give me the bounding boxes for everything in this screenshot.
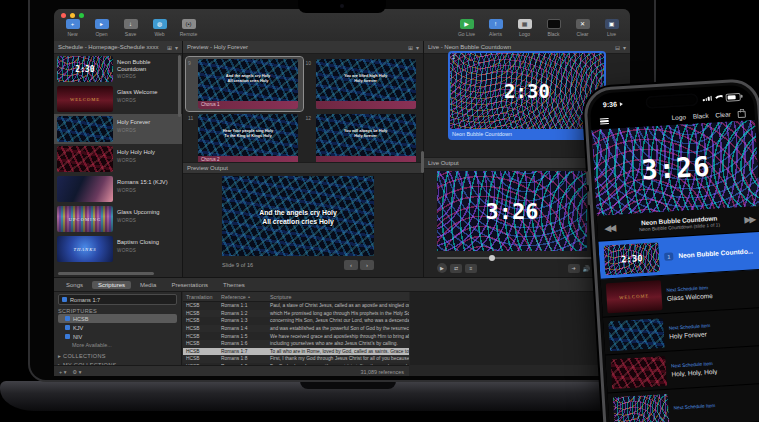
lock-icon[interactable] bbox=[737, 110, 745, 117]
preview-output-label: Preview Output bbox=[187, 165, 228, 171]
output-route-button[interactable]: ➜ bbox=[568, 264, 580, 273]
black-screen-icon bbox=[547, 19, 561, 29]
table-row[interactable]: HCSB Romans 1:4 and was established as t… bbox=[183, 325, 409, 333]
add-to-schedule-icon[interactable]: ⊞ bbox=[167, 44, 172, 51]
media-controls-row: ▶ ⇄ ≡ ➜ 🔊 bbox=[437, 263, 619, 273]
speaker-icon[interactable]: 🔊 bbox=[583, 265, 591, 272]
item-subtitle: WORDS bbox=[117, 248, 159, 253]
table-row[interactable]: HCSB Romans 1:5 We have received grace a… bbox=[183, 332, 409, 340]
live-options-chevron-icon[interactable]: ▾ bbox=[623, 44, 626, 51]
view-grid-icon[interactable]: ⊞ bbox=[408, 44, 413, 51]
go-live-button[interactable]: ▶ Go Live bbox=[453, 19, 480, 37]
remote-button[interactable]: (•) Remote bbox=[175, 19, 202, 37]
media-progress-knob[interactable] bbox=[489, 255, 495, 261]
minimize-window-button[interactable] bbox=[70, 13, 75, 18]
thumbnail-romans bbox=[57, 176, 113, 202]
new-button[interactable]: + New bbox=[59, 19, 86, 37]
schedule-horizontal-scrollbar[interactable] bbox=[58, 272, 154, 275]
live-button-label: Live bbox=[607, 31, 616, 37]
preview-panel: Preview - Holy Forever ⊞ ▾ 9 And the ang… bbox=[183, 41, 424, 277]
tab-media[interactable]: Media bbox=[134, 281, 162, 289]
schedule-vertical-scrollbar[interactable] bbox=[178, 55, 181, 117]
preview-options-chevron-icon[interactable]: ▾ bbox=[416, 44, 419, 51]
schedule-item-baptism-closing[interactable]: THANKS Baptism Closing WORDS bbox=[54, 234, 182, 264]
column-translation[interactable]: Translation bbox=[183, 294, 219, 300]
logo-button[interactable]: ▦ Logo bbox=[511, 19, 538, 37]
translation-niv[interactable]: NIV bbox=[58, 332, 177, 341]
web-button[interactable]: ◍ Web bbox=[146, 19, 173, 37]
slide-10[interactable]: 10 You are lifted high Holy Holy forever bbox=[304, 57, 421, 111]
live-selected-slide[interactable]: 1 2:30 5:08 Neon Bubble Countdown bbox=[448, 51, 606, 140]
schedule-panel-header: Schedule - Homepage-Schedule xxxx ⊞ ▾ bbox=[54, 41, 182, 54]
cell-scripture: Paul, a slave of Christ Jesus, called as… bbox=[267, 303, 409, 308]
next-item-button[interactable]: ▶▶ bbox=[744, 214, 754, 225]
tab-presentations[interactable]: Presentations bbox=[165, 281, 214, 289]
scripture-search-input[interactable]: Romans 1:7 bbox=[58, 294, 177, 305]
schedule-item-holy-holy-holy[interactable]: Holy Holy Holy WORDS bbox=[54, 144, 182, 174]
save-button[interactable]: ↓ Save bbox=[117, 19, 144, 37]
schedule-item-neon-bubble-countdown[interactable]: 2:30 Neon Bubble Countdown WORDS bbox=[54, 54, 182, 84]
schedule-item-glass-welcome[interactable]: WELCOME Glass Welcome WORDS bbox=[54, 84, 182, 114]
loop-button[interactable]: ⇄ bbox=[450, 264, 462, 273]
table-row[interactable]: HCSB Romans 1:2 which He promised long a… bbox=[183, 310, 409, 318]
location-arrow-icon bbox=[620, 102, 623, 106]
live-view-icon[interactable]: ⊟ bbox=[615, 44, 620, 51]
previous-slide-button[interactable]: ‹ bbox=[344, 260, 358, 270]
table-row[interactable]: HCSB Romans 1:6 including yourselves who… bbox=[183, 340, 409, 348]
phone-logo-button[interactable]: Logo bbox=[671, 113, 686, 121]
cell-translation: HCSB bbox=[183, 356, 219, 361]
tab-themes[interactable]: Themes bbox=[217, 281, 251, 289]
item-title: Holy Holy Holy bbox=[117, 149, 155, 156]
volume-down-button[interactable] bbox=[587, 191, 591, 205]
phone-clear-button[interactable]: Clear bbox=[715, 110, 731, 118]
tab-scriptures[interactable]: Scriptures bbox=[92, 281, 131, 289]
slide-grid: 9 And the angels cry Holy All creation c… bbox=[183, 54, 423, 166]
playback-option-button[interactable]: ≡ bbox=[465, 264, 477, 273]
phone-black-button[interactable]: Black bbox=[693, 111, 709, 119]
slide-11[interactable]: 11 Hear Your people sing Holy To the Kin… bbox=[186, 112, 303, 166]
item-title: Holy, Holy, Holy bbox=[671, 367, 717, 377]
laptop-notch bbox=[298, 0, 386, 13]
menu-icon[interactable] bbox=[600, 118, 609, 125]
schedule-item-glass-upcoming[interactable]: UPCOMING Glass Upcoming WORDS bbox=[54, 204, 182, 234]
slide-9[interactable]: 9 And the angels cry Holy All creation c… bbox=[186, 57, 303, 111]
laptop-lid-scoop bbox=[300, 381, 396, 389]
cell-reference: Romans 1:5 bbox=[219, 334, 267, 339]
add-button[interactable]: + ▾ bbox=[59, 369, 66, 375]
window-controls bbox=[61, 13, 84, 18]
table-row[interactable]: HCSB Romans 1:8 First, I thank my God th… bbox=[183, 355, 409, 363]
collections-label: COLLECTIONS bbox=[63, 353, 106, 359]
item-title: Glass Welcome bbox=[667, 291, 713, 301]
live-button[interactable]: ▣ Live bbox=[598, 19, 625, 37]
previous-item-button[interactable]: ◀◀ bbox=[604, 222, 614, 233]
schedule-item-romans[interactable]: Romans 15:1 (KJV) WORDS bbox=[54, 174, 182, 204]
close-window-button[interactable] bbox=[61, 13, 66, 18]
slide-12[interactable]: 12 You will always be Holy Holy forever bbox=[304, 112, 421, 166]
translation-kjv[interactable]: KJV bbox=[58, 323, 177, 332]
alerts-button[interactable]: ! Alerts bbox=[482, 19, 509, 37]
clear-button-label: Clear bbox=[577, 31, 589, 37]
countdown-time: 2:30 bbox=[57, 65, 113, 74]
collections-section[interactable]: ▸ COLLECTIONS bbox=[58, 353, 177, 359]
column-reference[interactable]: Reference ▴ bbox=[219, 294, 267, 300]
translation-hcsb[interactable]: HCSB bbox=[58, 314, 177, 323]
zoom-window-button[interactable] bbox=[79, 13, 84, 18]
next-slide-button[interactable]: › bbox=[360, 260, 374, 270]
table-row[interactable]: HCSB Romans 1:1 Paul, a slave of Christ … bbox=[183, 302, 409, 310]
open-button[interactable]: ▸ Open bbox=[88, 19, 115, 37]
tab-songs[interactable]: Songs bbox=[60, 281, 89, 289]
schedule-options-chevron-icon[interactable]: ▾ bbox=[175, 44, 178, 51]
table-row[interactable]: HCSB Romans 1:3 concerning His Son, Jesu… bbox=[183, 317, 409, 325]
column-scripture[interactable]: Scripture bbox=[267, 294, 409, 300]
table-row-selected[interactable]: HCSB Romans 1:7 To all who are in Rome, … bbox=[183, 348, 409, 356]
settings-gear-button[interactable]: ⚙ ▾ bbox=[72, 369, 81, 375]
schedule-item-holy-forever[interactable]: Holy Forever WORDS bbox=[54, 114, 182, 144]
volume-up-button[interactable] bbox=[586, 171, 590, 185]
clear-button[interactable]: ✕ Clear bbox=[569, 19, 596, 37]
more-available-link[interactable]: More Available... bbox=[58, 341, 177, 350]
pane-splitter-handle[interactable] bbox=[421, 151, 424, 173]
black-button[interactable]: Black bbox=[540, 19, 567, 37]
media-progress-track[interactable] bbox=[437, 257, 593, 259]
art-text: WELCOME bbox=[607, 292, 662, 300]
play-button[interactable]: ▶ bbox=[437, 263, 447, 273]
